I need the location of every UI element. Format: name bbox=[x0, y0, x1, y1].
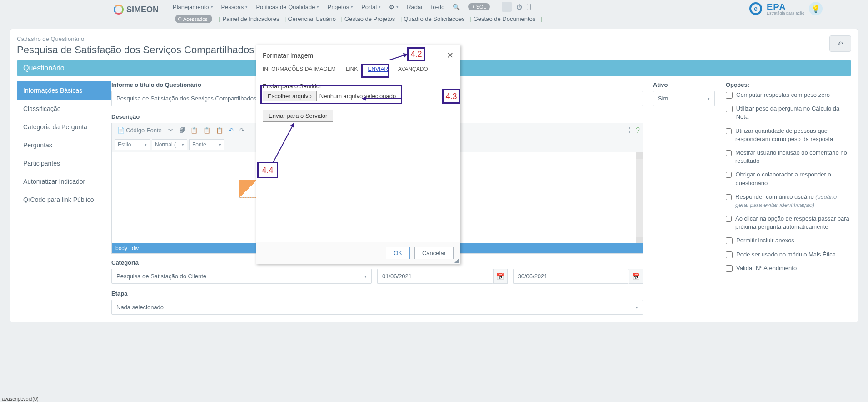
calendar-icon[interactable]: 📅 bbox=[493, 269, 508, 284]
breadcrumb: Cadastro de Questionário: bbox=[17, 35, 851, 42]
opcoes-label: Opções: bbox=[726, 81, 851, 88]
back-button[interactable]: ↶ bbox=[829, 35, 851, 52]
data-inicio-field[interactable]: 📅 bbox=[377, 269, 508, 284]
ativo-select[interactable]: Sim▾ bbox=[653, 91, 715, 106]
modal-close-button[interactable]: ✕ bbox=[447, 50, 454, 60]
maximize-icon[interactable]: ⛶ bbox=[623, 126, 630, 135]
ck-style-combo[interactable]: Estilo▾ bbox=[115, 139, 150, 150]
modal-tab-link[interactable]: LINK bbox=[346, 66, 358, 72]
calendar-icon[interactable]: 📅 bbox=[629, 269, 643, 284]
epa-brand: e EPA Estratégia para ação 💡 bbox=[749, 2, 823, 15]
annotation-box-file-row bbox=[260, 85, 402, 104]
data-fim-label bbox=[513, 259, 644, 266]
send-to-server-button[interactable]: Enviar para o Servidor bbox=[263, 110, 333, 122]
opt-unico-usuario[interactable]: Responder com único usuário (usuário ger… bbox=[726, 193, 851, 209]
ck-font-combo[interactable]: Fonte▾ bbox=[189, 139, 224, 150]
chevron-down-icon: ▾ bbox=[317, 5, 319, 9]
ql-painel[interactable]: Painel de Indicadores bbox=[222, 15, 279, 22]
gear-icon: ⚙ bbox=[389, 4, 394, 10]
modal-ok-button[interactable]: OK bbox=[386, 247, 410, 259]
ck-undo-button[interactable]: ↶ bbox=[227, 125, 236, 136]
simeon-icon bbox=[114, 5, 124, 15]
side-tabs: Informações Básicas Classificação Catego… bbox=[17, 81, 111, 315]
acessados-badge[interactable]: ⊕Acessados bbox=[175, 15, 212, 23]
modal-cancel-button[interactable]: Cancelar bbox=[414, 247, 454, 259]
sub-bar: ⊕Acessados |Painel de Indicadores |Geren… bbox=[0, 14, 868, 26]
undo-icon: ↶ bbox=[229, 127, 234, 134]
ql-usuario[interactable]: Gerenciar Usuário bbox=[288, 15, 336, 22]
bulb-icon[interactable]: 💡 bbox=[809, 2, 823, 15]
code-icon: 📄 bbox=[117, 127, 125, 134]
modal-footer: OK Cancelar bbox=[256, 242, 460, 264]
modal-tab-avancado[interactable]: AVANÇADO bbox=[398, 66, 428, 72]
redo-icon: ↷ bbox=[239, 127, 244, 134]
brand-logo: SIMEON bbox=[114, 5, 159, 15]
menu-todo[interactable]: to-do bbox=[431, 4, 445, 10]
menu-planejamento[interactable]: Planejamento▾ bbox=[173, 4, 213, 10]
ck-paste-word-button[interactable]: 📋 bbox=[214, 125, 225, 136]
tab-automatizar[interactable]: Automatizar Indicador bbox=[17, 172, 111, 191]
ck-source-button[interactable]: 📄Código-Fonte bbox=[115, 125, 165, 136]
categoria-select[interactable]: Pesquisa de Satisfação do Cliente▾ bbox=[111, 269, 372, 284]
ck-path-body[interactable]: body bbox=[115, 245, 127, 251]
menu-gear[interactable]: ⚙▾ bbox=[389, 4, 399, 10]
modal-tab-info[interactable]: INFORMAÇÕES DA IMAGEM bbox=[263, 66, 336, 72]
ck-cut-button[interactable]: ✂ bbox=[166, 125, 175, 136]
data-fim-field[interactable]: 📅 bbox=[513, 269, 644, 284]
paste-text-icon: 📋 bbox=[203, 127, 210, 134]
data-inicio-input[interactable] bbox=[377, 269, 493, 284]
opt-obrigar[interactable]: Obrigar o colaborador a responder o ques… bbox=[726, 171, 851, 187]
ck-redo-button[interactable]: ↷ bbox=[238, 125, 247, 136]
plus-icon: ⊕ bbox=[178, 16, 182, 22]
chevron-down-icon: ▾ bbox=[636, 305, 638, 310]
resize-handle-icon[interactable] bbox=[454, 258, 459, 263]
power-icon[interactable]: ⏻ bbox=[516, 4, 522, 10]
ql-solicitacoes[interactable]: Quadro de Solicitações bbox=[404, 15, 464, 22]
image-format-modal: Formatar Imagem ✕ INFORMAÇÕES DA IMAGEM … bbox=[256, 45, 460, 264]
search-icon[interactable]: 🔍 bbox=[453, 4, 460, 10]
opt-mostrar-usuario[interactable]: Mostrar usuário inclusão do comentário n… bbox=[726, 149, 851, 165]
etapa-select[interactable]: Nada selecionado▾ bbox=[111, 300, 643, 315]
ql-documentos[interactable]: Gestão de Documentos bbox=[474, 15, 536, 22]
top-menu: Planejamento▾ Pessoas▾ Políticas de Qual… bbox=[173, 2, 531, 12]
tab-qrcode[interactable]: QrCode para link Público bbox=[17, 191, 111, 209]
tab-classificacao[interactable]: Classificação bbox=[17, 100, 111, 118]
help-icon[interactable]: ? bbox=[636, 126, 640, 135]
ck-paste-text-button[interactable]: 📋 bbox=[201, 125, 212, 136]
chevron-down-icon: ▾ bbox=[708, 96, 710, 101]
opt-auto-next[interactable]: Ao clicar na opção de resposta passar pa… bbox=[726, 215, 851, 231]
opt-peso-zero[interactable]: Computar respostas com peso zero bbox=[726, 91, 851, 99]
opt-qtd-pessoas[interactable]: Utilizar quantidade de pessoas que respo… bbox=[726, 127, 851, 143]
opt-anexos[interactable]: Permitir incluir anexos bbox=[726, 236, 851, 245]
sol-badge[interactable]: + SOL bbox=[468, 3, 490, 10]
ck-copy-button[interactable]: 🗐 bbox=[177, 125, 187, 136]
modal-tabs: INFORMAÇÕES DA IMAGEM LINK ENVIAR AVANÇA… bbox=[256, 66, 460, 77]
annotation-4-3: 4.3 bbox=[442, 89, 460, 104]
menu-projetos[interactable]: Projetos▾ bbox=[327, 4, 353, 10]
menu-pessoas[interactable]: Pessoas▾ bbox=[221, 4, 248, 10]
annotation-4-4: 4.4 bbox=[257, 162, 278, 178]
paste-icon: 📋 bbox=[190, 127, 198, 134]
brand-text: SIMEON bbox=[126, 5, 159, 15]
tab-categoria-pergunta[interactable]: Categoria da Pergunta bbox=[17, 118, 111, 136]
opt-validar-atend[interactable]: Validar Nº Atendimento bbox=[726, 264, 851, 272]
ck-paste-button[interactable]: 📋 bbox=[189, 125, 200, 136]
ck-path-div[interactable]: div bbox=[132, 245, 139, 251]
opt-peso-pergunta[interactable]: Utilizar peso da pergunta no Cálculo da … bbox=[726, 105, 851, 121]
tab-perguntas[interactable]: Perguntas bbox=[17, 136, 111, 154]
avatar-icon[interactable] bbox=[502, 2, 512, 12]
ck-scrollbar[interactable] bbox=[636, 152, 643, 243]
menu-radar[interactable]: Radar bbox=[407, 4, 423, 10]
opt-mais-etica[interactable]: Pode ser usado no módulo Mais Ética bbox=[726, 251, 851, 259]
menu-portal[interactable]: Portal▾ bbox=[361, 4, 381, 10]
menu-politicas[interactable]: Políticas de Qualidade▾ bbox=[256, 4, 319, 10]
mobile-icon[interactable] bbox=[527, 4, 531, 10]
data-fim-input[interactable] bbox=[513, 269, 629, 284]
tab-participantes[interactable]: Participantes bbox=[17, 154, 111, 172]
reply-arrow-icon: ↶ bbox=[838, 40, 843, 47]
ck-format-combo[interactable]: Normal (...▾ bbox=[152, 139, 187, 150]
ql-projetos[interactable]: Gestão de Projetos bbox=[344, 15, 395, 22]
tab-informacoes-basicas[interactable]: Informações Básicas bbox=[17, 81, 111, 100]
chevron-down-icon: ▾ bbox=[245, 5, 248, 9]
ck-image-placeholder bbox=[239, 180, 257, 198]
